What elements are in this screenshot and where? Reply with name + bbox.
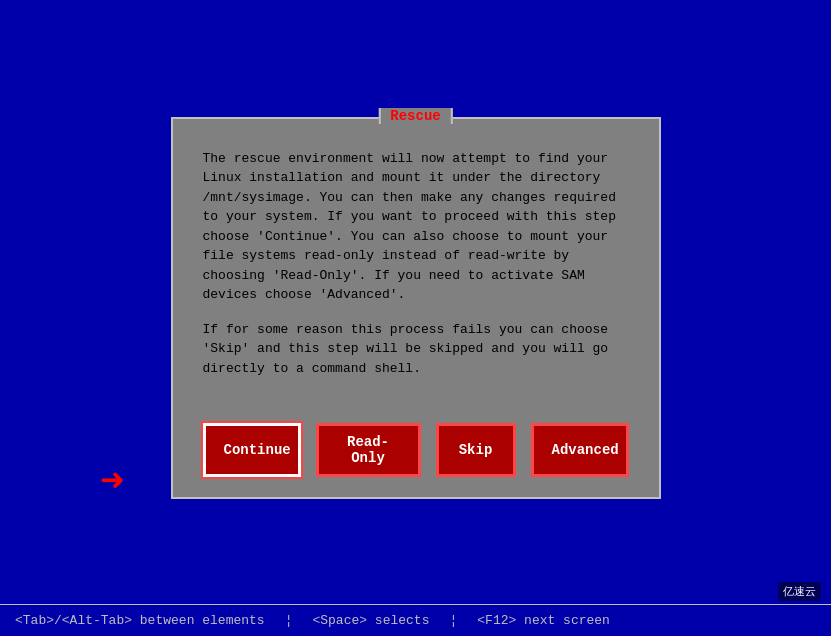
main-container: Rescue The rescue environment will now a… xyxy=(0,0,831,636)
dialog-content: The rescue environment will now attempt … xyxy=(173,119,659,414)
skip-button[interactable]: Skip xyxy=(436,423,516,477)
hint-f12: <F12> next screen xyxy=(477,613,610,628)
dialog-box: Rescue The rescue environment will now a… xyxy=(171,117,661,500)
separator-2: ¦ xyxy=(449,613,457,628)
dialog-paragraph-2: If for some reason this process fails yo… xyxy=(203,320,629,379)
arrow-indicator: ➜ xyxy=(100,457,124,506)
bottom-bar: <Tab>/<Alt-Tab> between elements ¦ <Spac… xyxy=(0,604,831,636)
read-only-button[interactable]: Read-Only xyxy=(316,423,421,477)
hint-space: <Space> selects xyxy=(312,613,429,628)
separator-1: ¦ xyxy=(285,613,293,628)
hint-tab: <Tab>/<Alt-Tab> between elements xyxy=(15,613,265,628)
continue-button[interactable]: Continue xyxy=(203,423,301,477)
dialog-title: Rescue xyxy=(378,108,452,124)
dialog-paragraph-1: The rescue environment will now attempt … xyxy=(203,149,629,305)
watermark: 亿速云 xyxy=(778,582,821,601)
advanced-button[interactable]: Advanced xyxy=(531,423,629,477)
dialog-buttons: Continue Read-Only Skip Advanced xyxy=(173,413,659,497)
